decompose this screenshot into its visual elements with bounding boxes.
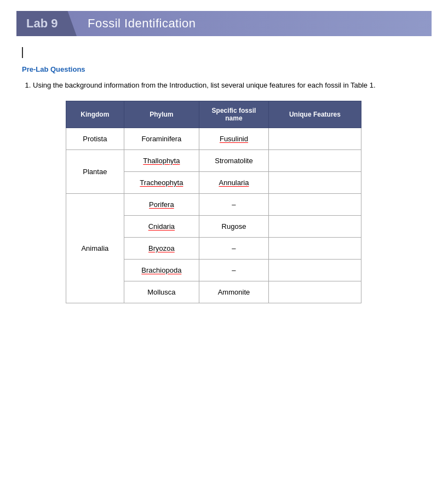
cell-fossil-brachiopoda: – [199,259,269,281]
cell-features-6 [268,237,361,259]
phylum-name-brachiopoda: Brachiopoda [141,266,181,274]
cell-phylum-mollusca: Mollusca [124,281,199,303]
header-unique-features: Unique Features [268,101,361,128]
cell-fossil-rugose: Rugose [199,215,269,237]
cell-fossil-annularia: Annularia [199,171,269,193]
fossil-name-annularia: Annularia [219,178,249,187]
question-text-1: Using the background information from th… [33,81,376,89]
cell-features-5 [268,215,361,237]
table-header-row: Kingdom Phylum Specific fossilname Uniqu… [66,101,361,128]
cell-features-4 [268,193,361,215]
section-title: Pre-Lab Questions [22,65,426,73]
question-list: Using the background information from th… [33,80,426,91]
table-row: Protista Foraminifera Fusulinid [66,128,361,149]
lab-badge: Lab 9 [16,11,77,36]
cell-phylum-porifera: Porifera [124,193,199,215]
cell-kingdom-protista: Protista [66,128,124,149]
fossil-table: Kingdom Phylum Specific fossilname Uniqu… [66,101,361,303]
table-row: Plantae Thallophyta Stromatolite [66,149,361,171]
cell-phylum-bryozoa: Bryozoa [124,237,199,259]
header-fossil-name-text: Specific fossilname [212,107,256,122]
cell-phylum-foraminifera: Foraminifera [124,128,199,149]
cell-fossil-bryozoa: – [199,237,269,259]
cell-features-1 [268,128,361,149]
cell-phylum-thallophyta: Thallophyta [124,149,199,171]
cell-kingdom-plantae: Plantae [66,149,124,193]
header-fossil-name: Specific fossilname [199,101,269,128]
header-kingdom: Kingdom [66,101,124,128]
cell-kingdom-animalia: Animalia [66,193,124,303]
cell-fossil-porifera: – [199,193,269,215]
question-item-1: Using the background information from th… [33,80,426,91]
page-content: Pre-Lab Questions Using the background i… [0,36,448,314]
header-title: Fossil Identification [77,11,207,36]
cell-phylum-brachiopoda: Brachiopoda [124,259,199,281]
cell-fossil-stromatolite: Stromatolite [199,149,269,171]
cell-features-7 [268,259,361,281]
header-phylum: Phylum [124,101,199,128]
phylum-name-thallophyta: Thallophyta [143,157,180,165]
cell-fossil-fusulinid: Fusulinid [199,128,269,149]
phylum-name-bryozoa: Bryozoa [148,244,175,252]
cell-features-2 [268,149,361,171]
fossil-name-fusulinid: Fusulinid [220,135,248,143]
lab-number: Lab 9 [26,16,58,30]
phylum-name-cnidaria: Cnidaria [148,222,175,231]
cell-fossil-ammonite: Ammonite [199,281,269,303]
cell-phylum-cnidaria: Cnidaria [124,215,199,237]
cursor-indicator [22,47,23,58]
phylum-name-tracheophyta: Tracheophyta [140,178,183,187]
table-container: Kingdom Phylum Specific fossilname Uniqu… [66,101,415,303]
cell-features-8 [268,281,361,303]
cell-features-3 [268,171,361,193]
header-bar: Lab 9 Fossil Identification [16,11,432,36]
phylum-name-porifera: Porifera [149,200,174,209]
table-row: Animalia Porifera – [66,193,361,215]
cell-phylum-tracheophyta: Tracheophyta [124,171,199,193]
